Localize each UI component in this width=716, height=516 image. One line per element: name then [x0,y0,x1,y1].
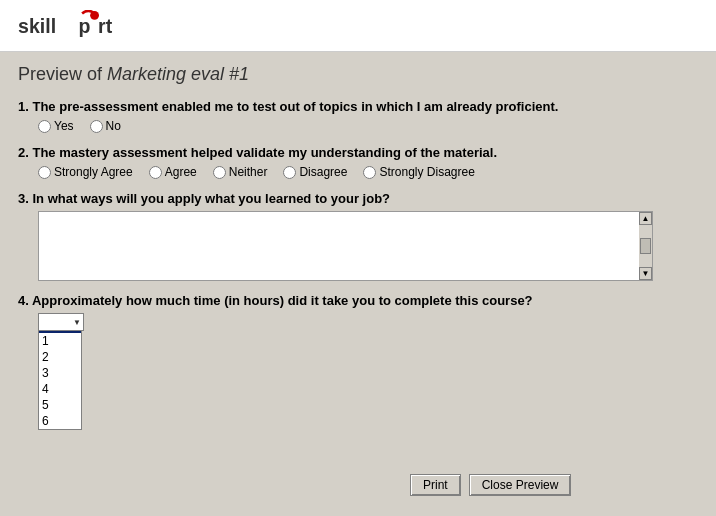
textarea-scrollbar: ▲ ▼ [639,211,653,281]
question-4-label: 4. Approximately how much time (in hours… [18,293,698,308]
dropdown-list: 1 2 3 4 5 6 [38,331,82,430]
radio-no[interactable] [90,120,103,133]
option-agree[interactable]: Agree [149,165,197,179]
dropdown-arrow-icon: ▼ [73,318,81,327]
option-yes[interactable]: Yes [38,119,74,133]
close-preview-button[interactable]: Close Preview [469,474,572,496]
dropdown-header[interactable]: ▼ [38,313,84,331]
skillport-logo: skill rt p [12,10,122,42]
question-3-textarea[interactable] [38,211,639,281]
question-3-label: 3. In what ways will you apply what you … [18,191,698,206]
radio-agree[interactable] [149,166,162,179]
svg-text:rt: rt [98,15,113,37]
radio-strongly-disagree[interactable] [363,166,376,179]
scroll-up-btn[interactable]: ▲ [639,212,652,225]
hours-dropdown[interactable]: ▼ 1 2 3 4 5 6 [38,313,84,430]
header: skill rt p [0,0,716,52]
dropdown-option-5[interactable]: 5 [39,397,81,413]
textarea-wrapper: ▲ ▼ [18,211,653,281]
radio-neither[interactable] [213,166,226,179]
print-button[interactable]: Print [410,474,461,496]
radio-strongly-agree[interactable] [38,166,51,179]
question-2-label: 2. The mastery assessment helped validat… [18,145,698,160]
question-2: 2. The mastery assessment helped validat… [18,145,698,179]
dropdown-option-3[interactable]: 3 [39,365,81,381]
question-4: 4. Approximately how much time (in hours… [18,293,698,430]
question-1-options: Yes No [18,119,698,133]
scroll-down-btn[interactable]: ▼ [639,267,652,280]
question-3: 3. In what ways will you apply what you … [18,191,698,281]
option-strongly-agree[interactable]: Strongly Agree [38,165,133,179]
svg-text:p: p [79,15,91,37]
dropdown-wrapper: ▼ 1 2 3 4 5 6 [18,313,698,430]
dropdown-option-4[interactable]: 4 [39,381,81,397]
radio-yes[interactable] [38,120,51,133]
option-no[interactable]: No [90,119,121,133]
radio-disagree[interactable] [283,166,296,179]
main-content: Preview of Marketing eval #1 1. The pre-… [0,52,716,516]
dropdown-option-6[interactable]: 6 [39,413,81,429]
option-strongly-disagree[interactable]: Strongly Disagree [363,165,474,179]
dropdown-option-1[interactable]: 1 [39,333,81,349]
question-2-options: Strongly Agree Agree Neither Disagree St… [18,165,698,179]
question-1-label: 1. The pre-assessment enabled me to test… [18,99,698,114]
scroll-thumb [640,238,651,254]
dropdown-option-2[interactable]: 2 [39,349,81,365]
option-neither[interactable]: Neither [213,165,268,179]
svg-text:skill: skill [18,15,56,37]
question-1: 1. The pre-assessment enabled me to test… [18,99,698,133]
page-title: Preview of Marketing eval #1 [18,64,698,85]
button-row: Print Close Preview [200,474,571,496]
option-disagree[interactable]: Disagree [283,165,347,179]
